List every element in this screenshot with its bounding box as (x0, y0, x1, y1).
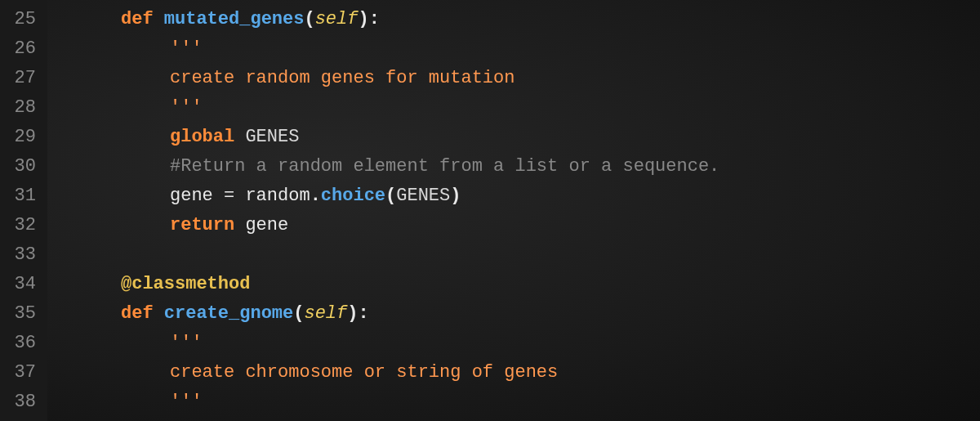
line-number: 32 (8, 211, 36, 240)
code-line-38[interactable]: ''' (56, 387, 980, 417)
param-self: self (304, 303, 347, 324)
line-number: 29 (8, 123, 36, 152)
line-number: 26 (8, 34, 36, 64)
code-line-28[interactable]: ''' (56, 93, 980, 123)
colon: : (358, 303, 368, 324)
paren-open: ( (385, 186, 396, 206)
docstring-triple: ''' (170, 97, 203, 118)
module-random: random (245, 186, 310, 206)
line-number-gutter: 25 26 27 28 29 30 31 32 33 34 35 36 37 3… (0, 0, 47, 421)
keyword-return: return (170, 215, 234, 235)
code-line-32[interactable]: return gene (56, 211, 980, 240)
code-line-34[interactable]: @classmethod (56, 270, 980, 299)
code-line-25[interactable]: def mutated_genes(self): (56, 5, 980, 34)
paren-close: ) (347, 303, 358, 324)
docstring-triple: ''' (170, 38, 203, 59)
line-number: 25 (8, 5, 36, 34)
identifier-gene: gene (170, 186, 213, 206)
keyword-def: def (121, 303, 154, 324)
line-number: 38 (8, 387, 36, 417)
docstring-triple: ''' (170, 333, 203, 353)
line-number: 36 (8, 329, 36, 358)
paren-open: ( (293, 303, 304, 324)
code-line-33[interactable] (56, 240, 980, 270)
constant-genes: GENES (245, 127, 299, 147)
line-number: 28 (8, 93, 36, 123)
colon: : (369, 9, 380, 29)
code-line-35[interactable]: def create_gnome(self): (56, 299, 980, 329)
constant-genes: GENES (396, 186, 450, 206)
keyword-def: def (121, 9, 154, 29)
code-area[interactable]: def mutated_genes(self): ''' create rand… (47, 0, 980, 421)
param-self: self (315, 9, 359, 29)
code-line-37[interactable]: create chromosome or string of genes (56, 358, 980, 387)
code-line-29[interactable]: global GENES (56, 123, 980, 152)
decorator-classmethod: @classmethod (121, 274, 250, 294)
docstring-text: create random genes for mutation (170, 68, 514, 88)
code-line-31[interactable]: gene = random.choice(GENES) (56, 181, 980, 211)
method-choice: choice (321, 186, 385, 206)
comment-text: #Return a random element from a list or … (170, 156, 719, 177)
line-number: 37 (8, 358, 36, 387)
code-editor[interactable]: 25 26 27 28 29 30 31 32 33 34 35 36 37 3… (0, 0, 980, 421)
code-line-26[interactable]: ''' (56, 34, 980, 64)
code-line-30[interactable]: #Return a random element from a list or … (56, 152, 980, 181)
identifier-gene: gene (245, 215, 288, 235)
paren-open: ( (304, 9, 314, 29)
code-line-27[interactable]: create random genes for mutation (56, 64, 980, 93)
line-number: 31 (8, 181, 36, 211)
code-line-36[interactable]: ''' (56, 329, 980, 358)
paren-close: ) (358, 9, 368, 29)
line-number: 35 (8, 299, 36, 329)
line-number: 34 (8, 270, 36, 299)
paren-close: ) (450, 186, 461, 206)
operator-equals: = (213, 186, 246, 206)
line-number: 27 (8, 64, 36, 93)
docstring-triple: ''' (170, 392, 203, 412)
docstring-text: create chromosome or string of genes (170, 362, 558, 383)
dot: . (310, 186, 321, 206)
line-number: 33 (8, 240, 36, 270)
line-number: 30 (8, 152, 36, 181)
keyword-global: global (170, 127, 234, 147)
function-name: mutated_genes (164, 9, 305, 29)
function-name: create_gnome (164, 303, 293, 324)
